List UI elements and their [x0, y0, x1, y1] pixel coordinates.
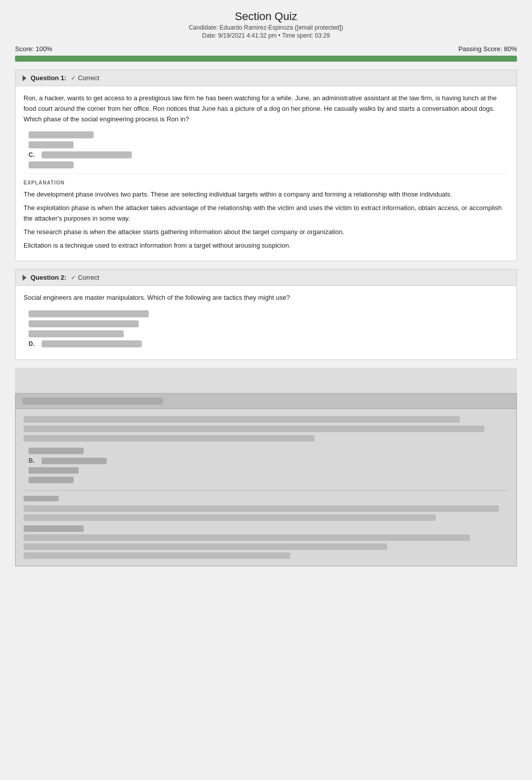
q3-opt-a-bar: [29, 448, 84, 454]
explanation-line-4: Elicitation is a technique used to extra…: [24, 241, 508, 251]
question-2-options: D.: [29, 310, 508, 347]
bottom-spacer: [15, 566, 517, 667]
q3-explanation-lines: [24, 505, 508, 559]
explanation-label: EXPLANATION: [24, 180, 508, 185]
q3-opt-b: B.: [29, 457, 508, 464]
q3-opt-c: [29, 467, 508, 474]
page-header: Section Quiz Candidate: Eduardo Ramirez-…: [15, 10, 517, 39]
date-info: Date: 9/19/2021 4:41:32 pm • Time spent:…: [15, 32, 517, 39]
question-2-number: Question 2:: [31, 274, 67, 281]
question-1-explanation: EXPLANATION The development phase involv…: [24, 173, 508, 251]
q3-opt-d: [29, 477, 508, 483]
option-c-text: [42, 151, 132, 158]
explanation-line-1: The development phase involves two parts…: [24, 189, 508, 200]
question-3-header-blur: [23, 398, 163, 405]
question-2-block: Question 2: ✓ Correct Social engineers a…: [15, 269, 517, 360]
question-2-text: Social engineers are master manipulators…: [24, 293, 508, 303]
q2-option-a-bar: [29, 310, 149, 317]
question-1-body: Ron, a hacker, wants to get access to a …: [16, 86, 516, 261]
q3-exp-3: [24, 534, 470, 541]
option-c-label: C.: [29, 151, 38, 158]
progress-bar-fill: [15, 56, 517, 62]
question-1-block: Question 1: ✓ Correct Ron, a hacker, wan…: [15, 70, 517, 261]
checkmark-icon: ✓: [71, 74, 76, 82]
q3-text-line-2: [24, 426, 484, 432]
question-1-text: Ron, a hacker, wants to get access to a …: [24, 93, 508, 124]
option-d: [29, 161, 508, 168]
quiz-title: Section Quiz: [15, 10, 517, 23]
q3-exp-label-a: [24, 525, 84, 532]
option-a: [29, 131, 508, 138]
q3-text-line-3: [24, 435, 315, 442]
question-3-text-blur: [24, 416, 508, 442]
q3-opt-b-label: B.: [29, 457, 38, 464]
expand-icon-2[interactable]: [23, 275, 27, 281]
question-1-header: Question 1: ✓ Correct: [16, 70, 516, 86]
q2-option-d: D.: [29, 340, 508, 347]
option-b-text: [29, 141, 74, 148]
q3-exp-row-2: [24, 525, 508, 532]
explanation-line-3: The research phase is when the attacker …: [24, 227, 508, 238]
q2-option-d-label: D.: [29, 340, 38, 347]
q2-option-c: [29, 330, 508, 337]
q3-exp-4: [24, 543, 387, 550]
question-3-header: [16, 394, 516, 409]
question-3-block: B.: [15, 393, 517, 566]
option-d-text: [29, 161, 74, 168]
question-2-header: Question 2: ✓ Correct: [16, 270, 516, 286]
question-1-status: ✓ Correct: [71, 74, 100, 82]
score-label: Score: 100%: [15, 45, 52, 53]
question-3-options: B.: [29, 448, 508, 483]
score-bar: Score: 100% Passing Score: 80%: [15, 45, 517, 53]
q2-option-c-bar: [29, 330, 124, 337]
progress-bar: [15, 56, 517, 62]
question-2-status-label: Correct: [78, 274, 100, 281]
q3-exp-5: [24, 552, 290, 559]
expand-icon[interactable]: [23, 75, 27, 81]
section-divider-1: [15, 368, 517, 393]
q3-opt-d-bar: [29, 477, 74, 483]
q3-opt-a: [29, 448, 508, 454]
explanation-line-2: The exploitation phase is when the attac…: [24, 203, 508, 224]
q2-option-b-bar: [29, 320, 139, 327]
question-3-body: B.: [16, 409, 516, 566]
q3-explanation-label: [24, 496, 59, 501]
option-a-text: [29, 131, 94, 138]
q3-opt-b-bar: [42, 458, 107, 464]
question-2-status: ✓ Correct: [71, 274, 100, 281]
q2-option-b: [29, 320, 508, 327]
q3-opt-c-bar: [29, 467, 79, 474]
question-1-number: Question 1:: [31, 74, 67, 82]
option-c: C.: [29, 151, 508, 158]
checkmark-icon-2: ✓: [71, 274, 76, 281]
q3-exp-2: [24, 514, 436, 521]
candidate-info: Candidate: Eduardo Ramirez-Espinoza ([em…: [15, 24, 517, 31]
question-3-explanation: [24, 490, 508, 559]
q2-option-d-bar: [42, 340, 142, 347]
question-2-body: Social engineers are master manipulators…: [16, 286, 516, 359]
q2-option-a: [29, 310, 508, 317]
passing-score-label: Passing Score: 80%: [458, 45, 517, 53]
question-1-status-label: Correct: [78, 74, 100, 82]
q3-text-line-1: [24, 416, 460, 423]
option-b: [29, 141, 508, 148]
q3-exp-1: [24, 505, 499, 512]
question-1-options: C.: [29, 131, 508, 168]
page-container: Section Quiz Candidate: Eduardo Ramirez-…: [0, 0, 532, 677]
